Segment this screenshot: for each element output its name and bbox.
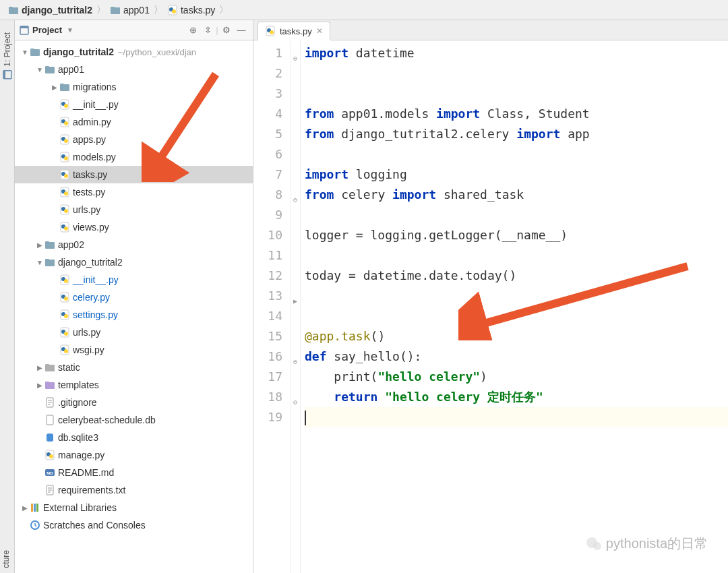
- code-line[interactable]: print("hello celery"): [305, 367, 728, 387]
- project-tool-title: Project: [32, 25, 62, 35]
- py-icon: [59, 344, 70, 355]
- txt-icon: [44, 397, 55, 408]
- code-content[interactable]: import datetime from app01.models import…: [301, 40, 728, 573]
- tree-item[interactable]: ▶app02: [15, 236, 253, 253]
- tree-item[interactable]: ▶templates: [15, 376, 253, 394]
- py-icon: [44, 450, 55, 460]
- folder-icon: [59, 82, 70, 92]
- breadcrumb-separator: 〉: [152, 4, 164, 16]
- code-line[interactable]: [305, 245, 728, 266]
- tree-item[interactable]: db.sqlite3: [15, 429, 253, 446]
- tree-item[interactable]: .gitignore: [15, 394, 253, 411]
- line-number: 3: [253, 84, 282, 104]
- tree-item[interactable]: models.py: [15, 148, 253, 166]
- tree-item[interactable]: views.py: [15, 218, 253, 236]
- breadcrumb-item[interactable]: app01: [107, 5, 152, 16]
- gear-icon[interactable]: ⚙: [219, 23, 234, 38]
- project-tree[interactable]: ▼django_tutrital2~/python_xuexi/djan▼app…: [15, 40, 253, 573]
- line-number: 19: [253, 407, 282, 427]
- py-icon: [59, 327, 70, 338]
- tab-tasks-py[interactable]: tasks.py ✕: [257, 22, 330, 40]
- line-number: 16: [253, 346, 282, 367]
- py-icon: [59, 292, 70, 303]
- fold-toggle[interactable]: ⊖: [292, 352, 299, 372]
- code-line[interactable]: today = datetime.date.today(): [305, 266, 728, 286]
- py-icon: [59, 309, 70, 320]
- wechat-icon: [586, 536, 602, 552]
- tree-item[interactable]: admin.py: [15, 113, 253, 131]
- tree-item[interactable]: wsgi.py: [15, 341, 253, 359]
- tree-item[interactable]: requirements.txt: [15, 481, 253, 499]
- line-number: 10: [253, 225, 282, 245]
- fold-column[interactable]: ⊖⊖▶⊖⊖: [291, 40, 301, 573]
- code-line[interactable]: [305, 205, 728, 225]
- line-number: 13: [253, 286, 282, 306]
- breadcrumb-item[interactable]: django_tutrital2: [5, 5, 95, 16]
- tree-item[interactable]: Scratches and Consoles: [15, 516, 253, 534]
- svg-point-26: [593, 542, 601, 550]
- code-line[interactable]: from django_tutrital2.celery import app: [305, 124, 728, 144]
- line-number: 17: [253, 367, 282, 387]
- folder-icon: [44, 239, 55, 250]
- tree-item[interactable]: urls.py: [15, 201, 253, 218]
- tree-item[interactable]: ▼django_tutrital2~/python_xuexi/djan: [15, 43, 253, 61]
- python-file-icon: [265, 26, 276, 36]
- code-line[interactable]: [305, 144, 728, 164]
- tree-item[interactable]: ▼django_tutrital2: [15, 253, 253, 271]
- close-icon[interactable]: ✕: [316, 26, 323, 36]
- tree-item[interactable]: tests.py: [15, 183, 253, 201]
- structure-tool-tab[interactable]: cture: [0, 546, 15, 573]
- tree-item[interactable]: README.md: [15, 464, 253, 481]
- code-line[interactable]: logger = logging.getLogger(__name__): [305, 225, 728, 245]
- code-line[interactable]: def say_hello():: [305, 346, 728, 367]
- watermark: pythonista的日常: [586, 535, 708, 553]
- code-line[interactable]: from celery import shared_task: [305, 185, 728, 205]
- tree-item[interactable]: ▶External Libraries: [15, 499, 253, 516]
- fold-toggle[interactable]: ⊖: [292, 190, 299, 210]
- tree-item[interactable]: manage.py: [15, 446, 253, 464]
- code-line[interactable]: import datetime: [305, 43, 728, 63]
- code-line[interactable]: [305, 407, 728, 427]
- line-number: 7: [253, 164, 282, 185]
- line-number: 6: [253, 144, 282, 164]
- fold-toggle[interactable]: ⊖: [292, 392, 299, 413]
- tree-item[interactable]: tasks.py: [15, 166, 253, 183]
- tree-item[interactable]: celerybeat-schedule.db: [15, 411, 253, 429]
- editor-tabs: tasks.py ✕: [253, 20, 728, 40]
- tree-item[interactable]: ▶static: [15, 359, 253, 376]
- code-line[interactable]: return "hello celery 定时任务": [305, 387, 728, 407]
- chevron-down-icon[interactable]: ▼: [67, 26, 73, 34]
- fold-toggle[interactable]: ▶: [292, 291, 299, 311]
- tree-item[interactable]: __init__.py: [15, 96, 253, 113]
- code-area[interactable]: 12345678910111213141516171819 ⊖⊖▶⊖⊖ impo…: [253, 40, 728, 573]
- line-number: 11: [253, 245, 282, 266]
- tree-item[interactable]: urls.py: [15, 324, 253, 341]
- left-tool-stripe: 1: Project: [0, 20, 15, 573]
- fold-toggle[interactable]: ⊖: [292, 49, 299, 69]
- line-number: 9: [253, 205, 282, 225]
- code-line[interactable]: from app01.models import Class, Student: [305, 104, 728, 124]
- locate-button[interactable]: ⊕: [185, 23, 200, 38]
- folder-grey-icon: [44, 362, 55, 373]
- tree-item[interactable]: settings.py: [15, 306, 253, 324]
- code-line[interactable]: [305, 63, 728, 84]
- tree-item[interactable]: apps.py: [15, 131, 253, 148]
- code-line[interactable]: import logging: [305, 164, 728, 185]
- breadcrumb-item[interactable]: tasks.py: [164, 5, 218, 16]
- hide-button[interactable]: —: [234, 23, 249, 38]
- tree-item[interactable]: ▼app01: [15, 61, 253, 78]
- code-line[interactable]: [305, 84, 728, 104]
- file-icon: [44, 415, 55, 425]
- breadcrumb: django_tutrital2〉app01〉tasks.py〉: [0, 0, 728, 20]
- py-icon: [59, 169, 70, 180]
- tree-item[interactable]: __init__.py: [15, 271, 253, 289]
- code-line[interactable]: [305, 286, 728, 306]
- project-tool-header: Project ▼ ⊕ ⇳ | ⚙ —: [15, 20, 253, 40]
- code-line[interactable]: @app.task(): [305, 326, 728, 346]
- folder-icon: [44, 257, 55, 268]
- collapse-all-button[interactable]: ⇳: [200, 23, 215, 38]
- tree-item[interactable]: ▶migrations: [15, 78, 253, 96]
- project-tool-tab[interactable]: 1: Project: [1, 27, 14, 86]
- tree-item[interactable]: celery.py: [15, 289, 253, 306]
- code-line[interactable]: [305, 306, 728, 326]
